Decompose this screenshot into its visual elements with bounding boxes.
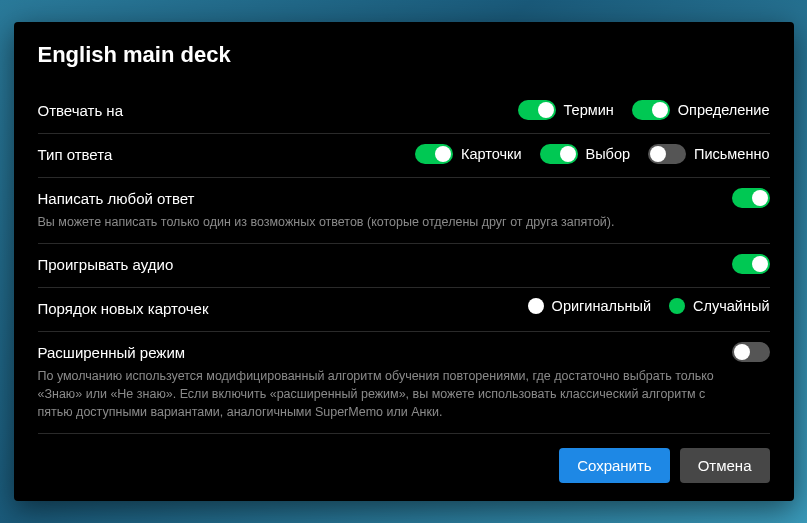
label-answer-on: Отвечать на xyxy=(38,100,502,121)
opt-random-label: Случайный xyxy=(693,298,769,314)
row-advanced: Расширенный режим По умолчанию используе… xyxy=(38,332,770,434)
toggle-term[interactable] xyxy=(518,100,556,120)
dialog-footer: Сохранить Отмена xyxy=(38,448,770,483)
opt-written: Письменно xyxy=(648,144,769,164)
opt-choice: Выбор xyxy=(540,144,631,164)
row-answer-on: Отвечать на Термин Определение xyxy=(38,90,770,134)
toggle-definition[interactable] xyxy=(632,100,670,120)
cancel-button[interactable]: Отмена xyxy=(680,448,770,483)
row-answer-type: Тип ответа Карточки Выбор Письменно xyxy=(38,134,770,178)
toggle-cards[interactable] xyxy=(415,144,453,164)
sub-advanced: По умолчанию используется модифицированн… xyxy=(38,367,716,421)
sub-any-answer: Вы можете написать только один из возмож… xyxy=(38,213,716,231)
opt-written-label: Письменно xyxy=(694,146,769,162)
toggle-play-audio[interactable] xyxy=(732,254,770,274)
toggle-choice[interactable] xyxy=(540,144,578,164)
toggle-any-answer[interactable] xyxy=(732,188,770,208)
opt-term: Термин xyxy=(518,100,614,120)
opt-term-label: Термин xyxy=(564,102,614,118)
opt-definition-label: Определение xyxy=(678,102,770,118)
row-any-answer: Написать любой ответ Вы можете написать … xyxy=(38,178,770,244)
label-advanced: Расширенный режим xyxy=(38,342,716,363)
opt-definition: Определение xyxy=(632,100,770,120)
radio-original[interactable] xyxy=(528,298,544,314)
opt-cards-label: Карточки xyxy=(461,146,521,162)
dialog-title: English main deck xyxy=(38,42,770,68)
label-answer-type: Тип ответа xyxy=(38,144,400,165)
toggle-written[interactable] xyxy=(648,144,686,164)
label-any-answer: Написать любой ответ xyxy=(38,188,716,209)
settings-dialog: English main deck Отвечать на Термин Опр… xyxy=(14,22,794,502)
save-button[interactable]: Сохранить xyxy=(559,448,670,483)
opt-cards: Карточки xyxy=(415,144,521,164)
opt-original: Оригинальный xyxy=(528,298,651,314)
row-card-order: Порядок новых карточек Оригинальный Случ… xyxy=(38,288,770,332)
opt-original-label: Оригинальный xyxy=(552,298,651,314)
opt-random: Случайный xyxy=(669,298,769,314)
row-play-audio: Проигрывать аудио xyxy=(38,244,770,288)
label-play-audio: Проигрывать аудио xyxy=(38,254,716,275)
opt-choice-label: Выбор xyxy=(586,146,631,162)
radio-random[interactable] xyxy=(669,298,685,314)
label-card-order: Порядок новых карточек xyxy=(38,298,512,319)
toggle-advanced[interactable] xyxy=(732,342,770,362)
